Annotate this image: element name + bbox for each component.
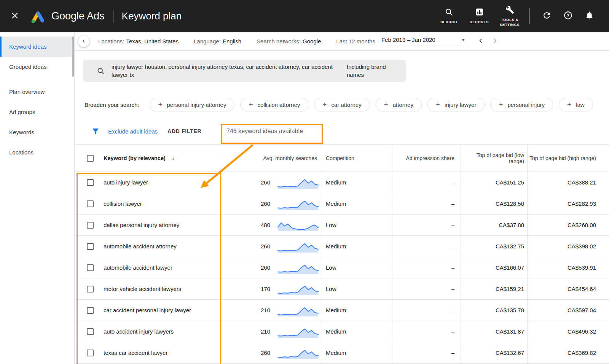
sidebar-scrollbar[interactable] <box>72 37 74 77</box>
ad-impression-share-value: – <box>392 215 461 235</box>
sidebar-item-plan-overview[interactable]: Plan overview <box>0 82 74 102</box>
row-checkbox[interactable] <box>87 222 94 229</box>
ad-impression-share-value: – <box>392 257 461 278</box>
language-value: English <box>223 38 241 45</box>
avg-monthly-searches-value: 210 <box>261 328 270 335</box>
broaden-chip[interactable]: +collision attorney <box>240 98 308 111</box>
close-button[interactable] <box>9 11 21 22</box>
language-setting[interactable]: Language:English <box>194 38 241 45</box>
col-top-of-page-bid-high[interactable]: Top of page bid (high range) <box>527 145 609 172</box>
date-range-value: Feb 2019 – Jan 2020 <box>381 37 435 43</box>
row-checkbox[interactable] <box>87 179 94 186</box>
col-keyword[interactable]: Keyword (by relevance) <box>104 155 166 161</box>
top-of-page-bid-low-value: CA$159.21 <box>461 278 527 299</box>
search-button[interactable]: SEARCH <box>434 8 464 24</box>
avg-monthly-searches-value: 210 <box>261 307 270 313</box>
top-of-page-bid-low-value: CA$135.78 <box>461 300 527 321</box>
col-avg-monthly-searches[interactable]: Avg. monthly searches <box>221 145 322 172</box>
top-of-page-bid-low-value: CA$131.87 <box>461 321 527 342</box>
table-row: automobile accident lawyer260Low–CA$166.… <box>75 257 609 278</box>
trend-sparkline <box>277 218 319 233</box>
reports-icon <box>475 8 484 18</box>
table-row: auto accident injury lawyers210Medium–CA… <box>75 321 609 342</box>
sidebar-item-grouped-ideas[interactable]: Grouped ideas <box>0 57 74 77</box>
trend-sparkline <box>277 324 319 339</box>
top-of-page-bid-low-value: CA$132.67 <box>461 342 527 363</box>
date-range-dropdown[interactable]: Feb 2019 – Jan 2020 ▾ <box>381 37 467 46</box>
select-all-checkbox[interactable] <box>87 155 94 162</box>
ad-impression-share-value: – <box>392 342 461 363</box>
reports-button[interactable]: REPORTS <box>464 8 494 24</box>
competition-value: Medium <box>322 236 392 257</box>
col-competition[interactable]: Competition <box>322 145 392 172</box>
sidebar-item-keywords[interactable]: Keywords <box>0 122 74 142</box>
table-row: automobile accident attorney260Medium–CA… <box>75 236 609 257</box>
sidebar-item-keyword-ideas[interactable]: Keyword ideas <box>0 37 74 57</box>
wrench-icon <box>505 5 514 16</box>
trend-sparkline <box>277 196 319 211</box>
top-of-page-bid-low-value: CA$132.75 <box>461 236 527 257</box>
locations-setting[interactable]: Locations:Texas, United States <box>98 38 179 45</box>
previous-period-button[interactable] <box>477 37 485 46</box>
avg-monthly-searches-value: 260 <box>261 179 270 186</box>
row-checkbox[interactable] <box>87 264 94 271</box>
chip-label: personal injury attorney <box>167 102 226 108</box>
trend-sparkline <box>277 303 319 318</box>
plus-icon: + <box>499 100 503 109</box>
chip-label: law <box>576 102 585 108</box>
plus-icon: + <box>158 100 162 109</box>
top-of-page-bid-high-value: CA$496.32 <box>527 321 609 342</box>
top-of-page-bid-high-value: CA$369.82 <box>527 342 609 363</box>
topbar-divider <box>529 8 530 24</box>
sidebar-item-locations[interactable]: Locations <box>0 142 74 162</box>
plus-icon: + <box>567 100 571 109</box>
avg-monthly-searches-value: 260 <box>261 350 270 356</box>
row-checkbox[interactable] <box>87 307 94 314</box>
competition-value: Low <box>322 278 392 299</box>
collapse-panel-button[interactable] <box>78 36 89 47</box>
broaden-chip[interactable]: +attorney <box>376 98 422 111</box>
help-button[interactable]: ? <box>557 11 579 22</box>
topbar: Google Ads Keyword plan SEARCH REPORTS T… <box>0 0 609 32</box>
keyword-text: texas car accident lawyer <box>104 350 167 356</box>
notifications-button[interactable] <box>579 11 600 22</box>
add-filter-button[interactable]: ADD FILTER <box>167 128 201 134</box>
networks-setting[interactable]: Search networks:Google <box>257 38 321 45</box>
broaden-chip[interactable]: +law <box>559 98 593 111</box>
col-top-of-page-bid-low[interactable]: Top of page bid (low range) <box>461 145 527 172</box>
avg-monthly-searches-value: 480 <box>261 222 270 228</box>
competition-value: Medium <box>322 193 392 214</box>
google-ads-logo: Google Ads <box>30 9 105 24</box>
top-of-page-bid-low-value: CA$128.50 <box>461 193 527 214</box>
refresh-button[interactable] <box>536 11 557 22</box>
table-row: motor vehicle accident lawyers170Low–CA$… <box>75 278 609 300</box>
chevron-left-icon <box>81 38 87 45</box>
sort-arrow-icon[interactable]: ↓ <box>172 155 175 162</box>
keywords-search-box[interactable]: injury lawyer houston, personal injury a… <box>83 60 406 82</box>
row-checkbox[interactable] <box>87 286 94 292</box>
brand-name: Google Ads <box>51 10 105 22</box>
broaden-chip[interactable]: +personal injury <box>490 98 553 111</box>
avg-monthly-searches-value: 170 <box>261 286 270 292</box>
col-ad-impression-share[interactable]: Ad impression share <box>392 145 461 172</box>
keyword-text: auto injury lawyer <box>104 179 148 186</box>
next-period-button[interactable] <box>491 37 499 46</box>
tools-settings-button[interactable]: TOOLS & SETTINGS <box>494 5 525 27</box>
row-checkbox[interactable] <box>87 243 94 250</box>
row-checkbox[interactable] <box>87 200 94 207</box>
filter-icon <box>91 127 100 135</box>
exclude-adult-ideas-link[interactable]: Exclude adult ideas <box>108 128 158 135</box>
brand-names-note: Including brand names <box>347 63 400 79</box>
row-checkbox[interactable] <box>87 328 94 335</box>
sidebar-item-ad-groups[interactable]: Ad groups <box>0 102 74 122</box>
ad-impression-share-value: – <box>392 236 461 257</box>
top-of-page-bid-high-value: CA$539.91 <box>527 257 609 278</box>
broaden-chip[interactable]: +car attorney <box>314 98 370 111</box>
search-query: injury lawyer houston, personal injury a… <box>112 63 344 79</box>
broaden-chip[interactable]: +injury lawyer <box>427 98 485 111</box>
broaden-chip[interactable]: +personal injury attorney <box>150 98 234 111</box>
row-checkbox[interactable] <box>87 350 94 356</box>
ad-impression-share-value: – <box>392 193 461 214</box>
filter-bar: Exclude adult ideas ADD FILTER 746 keywo… <box>75 118 609 145</box>
close-icon <box>10 11 19 22</box>
